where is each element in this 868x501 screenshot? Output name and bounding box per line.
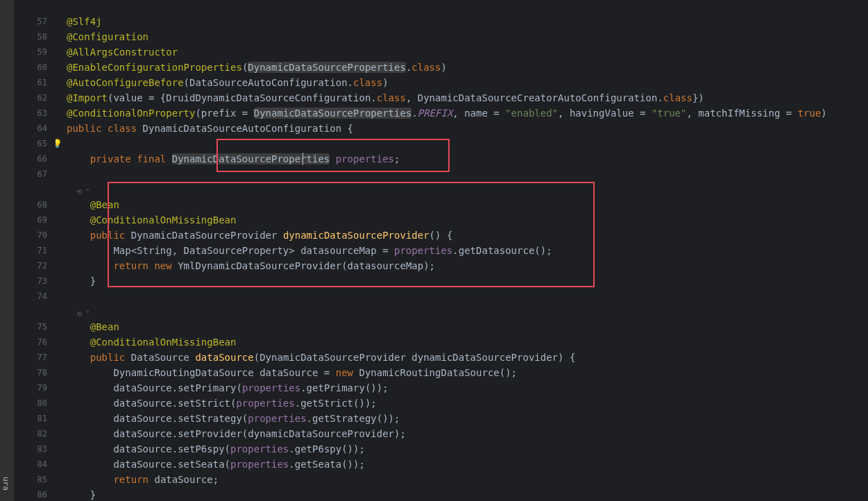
token: (value = {DruidDynamicDataSourceConfigur… bbox=[108, 92, 377, 103]
token: properties bbox=[230, 443, 289, 455]
code-line[interactable]: @ConditionalOnMissingBean bbox=[56, 212, 868, 228]
code-line[interactable]: dataSource.setStrategy(properties.getStr… bbox=[56, 411, 868, 426]
code-line[interactable]: } bbox=[56, 487, 868, 501]
code-line[interactable]: 💡 bbox=[56, 136, 868, 151]
line-number[interactable]: 75 bbox=[14, 319, 47, 334]
line-number-gutter[interactable]: 5758596061626364656667 68697071727374 75… bbox=[14, 0, 56, 501]
line-number[interactable] bbox=[14, 304, 47, 319]
tool-window-strip[interactable]: ura bbox=[0, 0, 14, 501]
code-line[interactable]: } bbox=[56, 273, 868, 289]
token: @Bean bbox=[67, 199, 119, 210]
token: new bbox=[336, 367, 359, 378]
intention-bulb-icon[interactable]: 💡 bbox=[56, 136, 62, 151]
code-line[interactable]: Map<String, DataSourceProperty> datasour… bbox=[56, 243, 868, 258]
tool-window-label[interactable]: ura bbox=[1, 477, 10, 491]
line-number[interactable]: 86 bbox=[14, 487, 47, 501]
code-line[interactable]: dataSource.setSeata(properties.getSeata(… bbox=[56, 457, 868, 472]
token: .getPrimary()); bbox=[300, 382, 388, 393]
code-line[interactable]: dataSource.setProvider(dynamicDataSource… bbox=[56, 426, 868, 441]
token bbox=[330, 153, 335, 164]
token: @AllArgsConstructor bbox=[67, 46, 178, 58]
token: } bbox=[67, 489, 96, 500]
code-line[interactable]: @Slf4j bbox=[56, 14, 868, 29]
code-line[interactable]: @Bean bbox=[56, 319, 868, 334]
line-number[interactable]: 79 bbox=[14, 380, 47, 396]
code-line[interactable]: @AllArgsConstructor bbox=[56, 44, 868, 60]
token: dataSource; bbox=[154, 474, 219, 485]
line-number[interactable]: 77 bbox=[14, 350, 47, 365]
token: private final bbox=[67, 153, 172, 164]
line-number[interactable]: 66 bbox=[14, 151, 47, 167]
line-number[interactable]: 78 bbox=[14, 365, 47, 380]
token: .getStrict()); bbox=[295, 398, 377, 409]
token: properties bbox=[248, 413, 306, 424]
text-cursor bbox=[303, 153, 303, 165]
code-line[interactable]: @Configuration bbox=[56, 29, 868, 44]
token: DynamicRoutingDataSource(); bbox=[359, 367, 517, 378]
line-number[interactable]: 67 bbox=[14, 167, 47, 182]
line-number[interactable]: 76 bbox=[14, 334, 47, 350]
code-line[interactable]: ⟲ ˅ bbox=[56, 304, 868, 319]
line-number[interactable]: 58 bbox=[14, 29, 47, 44]
token: dataSource.setPrimary( bbox=[67, 382, 242, 393]
token: properties bbox=[236, 398, 294, 409]
code-line[interactable]: dataSource.setP6spy(properties.getP6spy(… bbox=[56, 441, 868, 457]
code-line[interactable] bbox=[56, 167, 868, 182]
code-line[interactable]: @Import(value = {DruidDynamicDataSourceC… bbox=[56, 90, 868, 105]
code-editor[interactable]: @Slf4j@Configuration@AllArgsConstructor@… bbox=[56, 0, 868, 501]
token: @Bean bbox=[67, 321, 119, 332]
code-line[interactable]: private final DynamicDataSourcePropertie… bbox=[56, 151, 868, 167]
code-line[interactable]: @Bean bbox=[56, 197, 868, 212]
token: class bbox=[663, 92, 692, 103]
token: , havingValue = bbox=[558, 108, 652, 119]
line-number[interactable]: 68 bbox=[14, 197, 47, 212]
code-line[interactable]: @AutoConfigureBefore(DataSourceAutoConfi… bbox=[56, 75, 868, 90]
code-line[interactable]: public DynamicDataSourceProvider dynamic… bbox=[56, 228, 868, 243]
code-line[interactable]: public DataSource dataSource(DynamicData… bbox=[56, 350, 868, 365]
token: (DataSourceAutoConfiguration. bbox=[184, 77, 353, 88]
line-number[interactable] bbox=[14, 182, 47, 197]
code-line[interactable]: @EnableConfigurationProperties(DynamicDa… bbox=[56, 60, 868, 75]
code-line[interactable]: dataSource.setPrimary(properties.getPrim… bbox=[56, 380, 868, 396]
line-number[interactable]: 71 bbox=[14, 243, 47, 258]
token: "enabled" bbox=[505, 108, 558, 119]
code-line[interactable]: dataSource.setStrict(properties.getStric… bbox=[56, 396, 868, 411]
line-number[interactable]: 63 bbox=[14, 105, 47, 121]
line-number[interactable]: 82 bbox=[14, 426, 47, 441]
line-number[interactable]: 70 bbox=[14, 228, 47, 243]
token: (prefix = bbox=[195, 108, 253, 119]
line-number[interactable]: 61 bbox=[14, 75, 47, 90]
token: properties bbox=[394, 245, 452, 256]
line-number[interactable]: 69 bbox=[14, 212, 47, 228]
line-number[interactable]: 85 bbox=[14, 472, 47, 487]
token: , matchIfMissing = bbox=[686, 108, 797, 119]
line-number[interactable]: 59 bbox=[14, 44, 47, 60]
code-line[interactable]: @ConditionalOnMissingBean bbox=[56, 334, 868, 350]
token: return bbox=[113, 474, 154, 485]
code-line[interactable]: return dataSource; bbox=[56, 472, 868, 487]
code-line[interactable]: return new YmlDynamicDataSourceProvider(… bbox=[56, 258, 868, 273]
token: class bbox=[411, 62, 441, 73]
code-line[interactable] bbox=[56, 289, 868, 304]
line-number[interactable]: 65 bbox=[14, 136, 47, 151]
code-line[interactable]: DynamicRoutingDataSource dataSource = ne… bbox=[56, 365, 868, 380]
line-number[interactable]: 60 bbox=[14, 60, 47, 75]
line-number[interactable]: 74 bbox=[14, 289, 47, 304]
line-number[interactable]: 57 bbox=[14, 14, 47, 29]
line-number[interactable]: 83 bbox=[14, 441, 47, 457]
code-line[interactable]: @ConditionalOnProperty(prefix = DynamicD… bbox=[56, 105, 868, 121]
code-line[interactable]: ⟲ ˅ bbox=[56, 182, 868, 197]
line-number[interactable]: 80 bbox=[14, 396, 47, 411]
token: dataSource bbox=[195, 352, 253, 363]
line-number[interactable]: 84 bbox=[14, 457, 47, 472]
token: dataSource.setP6spy( bbox=[67, 443, 230, 455]
code-line[interactable]: public class DynamicDataSourceAutoConfig… bbox=[56, 121, 868, 136]
line-number[interactable]: 62 bbox=[14, 90, 47, 105]
identifier-occurrence: DynamicDataSourceProperties bbox=[172, 153, 330, 164]
line-number[interactable]: 81 bbox=[14, 411, 47, 426]
token: @ConditionalOnMissingBean bbox=[67, 214, 236, 226]
line-number[interactable]: 72 bbox=[14, 258, 47, 273]
line-number[interactable]: 73 bbox=[14, 273, 47, 289]
line-number[interactable]: 64 bbox=[14, 121, 47, 136]
token: } bbox=[67, 275, 96, 287]
